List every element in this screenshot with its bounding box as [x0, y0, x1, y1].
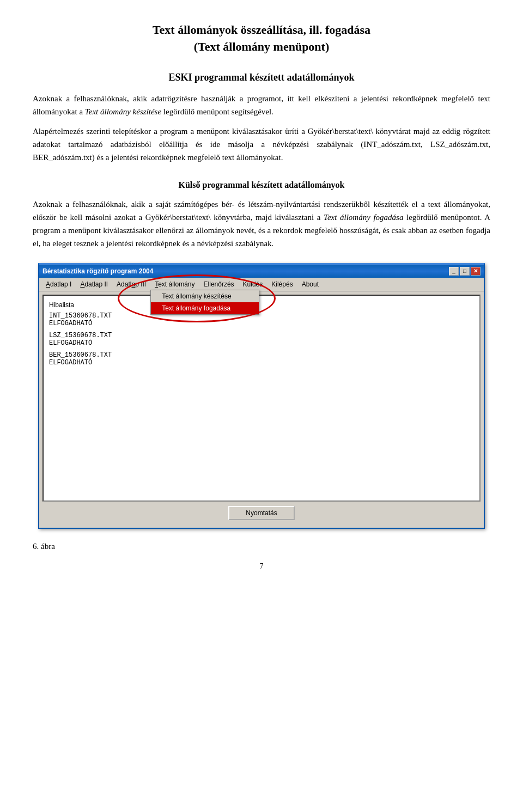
titlebar-buttons: _ □ ✕: [449, 267, 481, 276]
dropdown-item-keszites[interactable]: Text állomány készítése: [151, 290, 259, 302]
bottom-bar: Nyomtatás: [42, 502, 481, 524]
inner-panel: Hibalista INT_15360678.TXT ELFOGADHATÓ L…: [42, 295, 481, 502]
window-title: Bérstatisztika rögzítő program 2004: [42, 267, 153, 275]
menu-ellenorzes[interactable]: Ellenőrzés: [199, 279, 239, 290]
file-entry-2: LSZ_15360678.TXT ELFOGADHATÓ: [49, 332, 474, 347]
file-entry-1: INT_15360678.TXT ELFOGADHATÓ: [49, 312, 474, 327]
close-button[interactable]: ✕: [471, 267, 481, 276]
menu-kuldes[interactable]: Küldés: [239, 279, 267, 290]
file-entry-3: BER_15360678.TXT ELFOGADHATÓ: [49, 351, 474, 367]
file-status-3: ELFOGADHATÓ: [49, 359, 474, 367]
main-title: Text állományok összeállítása, ill. foga…: [33, 22, 490, 56]
file-name-2: LSZ_15360678.TXT: [49, 332, 474, 339]
app-body: Hibalista INT_15360678.TXT ELFOGADHATÓ L…: [39, 291, 484, 528]
figure-caption: 6. ábra: [33, 542, 490, 551]
page-number: 7: [33, 562, 490, 571]
file-name-1: INT_15360678.TXT: [49, 312, 474, 320]
minimize-button[interactable]: _: [449, 267, 459, 276]
text-allomany-dropdown: Text állomány készítése Text állomány fo…: [150, 290, 259, 315]
panel-label: Hibalista: [49, 301, 474, 309]
app-window: Bérstatisztika rögzítő program 2004 _ □ …: [38, 263, 485, 529]
page-content: Text állományok összeállítása, ill. foga…: [33, 22, 490, 571]
file-status-2: ELFOGADHATÓ: [49, 339, 474, 347]
menu-kilepes[interactable]: Kilépés: [267, 279, 297, 290]
menu-text-allomany-container: Text állomány Text állomány készítése Te…: [150, 279, 199, 290]
section2-heading: Külső programmal készített adatállományo…: [33, 180, 490, 190]
file-name-3: BER_15360678.TXT: [49, 351, 474, 359]
title-bar: Bérstatisztika rögzítő program 2004 _ □ …: [39, 265, 484, 278]
dropdown-item-fogadasa[interactable]: Text állomány fogadása: [151, 302, 259, 314]
section1-para2: Alapértelmezés szerinti telepítéskor a p…: [33, 125, 490, 164]
menu-text-allomany[interactable]: Text állomány: [150, 279, 199, 290]
menu-adatlap3[interactable]: Adatlap III: [112, 279, 150, 290]
menu-bar: Adatlap I Adatlap II Adatlap III Text ál…: [39, 278, 484, 291]
menu-adatlap2[interactable]: Adatlap II: [76, 279, 112, 290]
section2-para1: Azoknak a felhasználóknak, akik a saját …: [33, 198, 490, 250]
section1-para1: Azoknak a felhasználóknak, akik adatrögz…: [33, 92, 490, 118]
file-status-1: ELFOGADHATÓ: [49, 320, 474, 327]
print-button[interactable]: Nyomtatás: [228, 506, 294, 520]
menu-about[interactable]: About: [297, 279, 323, 290]
section1-heading: ESKI programmal készített adatállományok: [33, 72, 490, 83]
maximize-button[interactable]: □: [460, 267, 470, 276]
menu-adatlap1[interactable]: Adatlap I: [41, 279, 76, 290]
